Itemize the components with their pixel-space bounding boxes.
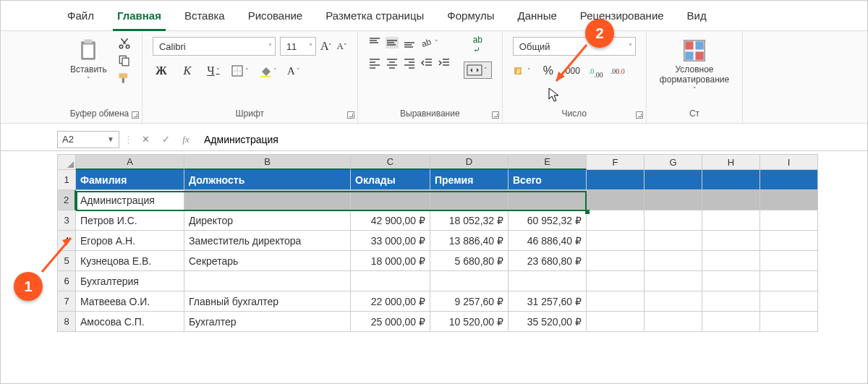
cell[interactable]: Заместитель директора — [184, 231, 351, 251]
select-all-corner[interactable] — [57, 154, 76, 170]
enter-formula-icon[interactable]: ✓ — [158, 132, 174, 148]
row-header-3[interactable]: 3 — [57, 210, 76, 231]
cell[interactable] — [702, 291, 760, 312]
font-name-combo[interactable]: Calibri˅ — [153, 37, 276, 56]
cell[interactable] — [760, 251, 818, 271]
cell[interactable] — [644, 210, 702, 231]
col-header-H[interactable]: H — [702, 154, 760, 170]
cell[interactable]: Директор — [184, 210, 351, 231]
cell[interactable] — [587, 312, 644, 332]
cell[interactable] — [587, 251, 644, 271]
cell[interactable] — [184, 190, 351, 210]
cell[interactable] — [702, 231, 760, 251]
tab-insert[interactable]: Вставка — [183, 5, 226, 30]
cell[interactable]: Бухгалтерия — [76, 271, 184, 291]
bold-button[interactable]: Ж — [153, 63, 170, 79]
cancel-formula-icon[interactable]: ✕ — [137, 132, 153, 148]
fill-color-button[interactable]: ˅ — [259, 64, 278, 77]
tab-view[interactable]: Вид — [686, 5, 708, 30]
row-header-7[interactable]: 7 — [57, 291, 76, 312]
cell[interactable] — [702, 251, 760, 271]
orientation-button[interactable]: ab˅ — [420, 37, 440, 48]
cell[interactable]: Кузнецова Е.В. — [76, 251, 184, 271]
clipboard-dialog-launcher[interactable] — [132, 111, 139, 119]
italic-button[interactable]: К — [179, 63, 196, 79]
cell[interactable]: 5 680,80 ₽ — [430, 251, 509, 271]
conditional-formatting-button[interactable]: Условное форматирование ˅ — [657, 37, 732, 95]
col-header-C[interactable]: C — [351, 154, 430, 170]
decrease-indent-icon[interactable] — [420, 57, 433, 69]
cell[interactable] — [702, 271, 760, 291]
cell[interactable]: 33 000,00 ₽ — [351, 231, 430, 251]
number-dialog-launcher[interactable] — [636, 111, 643, 119]
align-right-icon[interactable] — [403, 57, 416, 69]
cell[interactable] — [430, 190, 509, 210]
align-center-icon[interactable] — [386, 57, 399, 69]
hdr-position[interactable]: Должность — [184, 170, 351, 190]
cell[interactable] — [587, 190, 644, 210]
cell[interactable]: 31 257,60 ₽ — [509, 291, 587, 312]
cell[interactable] — [760, 271, 818, 291]
cell[interactable] — [760, 190, 818, 210]
cell[interactable]: Матвеева О.И. — [76, 291, 184, 312]
copy-icon[interactable] — [118, 54, 131, 67]
col-header-I[interactable]: I — [760, 154, 818, 170]
cell[interactable]: Егоров А.Н. — [76, 231, 184, 251]
name-box[interactable]: A2▼ — [57, 131, 119, 148]
cell[interactable] — [760, 291, 818, 312]
cell[interactable] — [587, 231, 644, 251]
tab-data[interactable]: Данные — [516, 5, 558, 30]
cell[interactable] — [702, 190, 760, 210]
cell[interactable]: 23 680,80 ₽ — [509, 251, 587, 271]
cell[interactable] — [509, 190, 587, 210]
fx-icon[interactable]: fx — [178, 132, 194, 148]
cell[interactable]: 18 000,00 ₽ — [351, 251, 430, 271]
cell[interactable]: 42 900,00 ₽ — [351, 210, 430, 231]
cell[interactable]: 60 952,32 ₽ — [509, 210, 587, 231]
cell[interactable] — [184, 271, 351, 291]
merge-cells-button[interactable]: ˅ — [464, 61, 492, 79]
row-header-1[interactable]: 1 — [57, 170, 76, 190]
cell[interactable]: 13 886,40 ₽ — [430, 231, 509, 251]
cell[interactable]: 46 886,40 ₽ — [509, 231, 587, 251]
cell[interactable]: Петров И.С. — [76, 210, 184, 231]
tab-page-layout[interactable]: Разметка страницы — [324, 5, 425, 30]
col-header-B[interactable]: B — [184, 154, 351, 170]
align-middle-icon[interactable] — [386, 37, 399, 48]
cell[interactable]: 9 257,60 ₽ — [430, 291, 509, 312]
cell[interactable]: Бухгалтер — [184, 312, 351, 332]
align-bottom-icon[interactable] — [403, 37, 416, 48]
hdr-salary[interactable]: Оклады — [351, 170, 430, 190]
cell[interactable] — [760, 312, 818, 332]
cell[interactable]: 18 052,32 ₽ — [430, 210, 509, 231]
cell[interactable] — [430, 271, 509, 291]
tab-file[interactable]: Файл — [66, 5, 95, 30]
align-top-icon[interactable] — [368, 37, 381, 48]
cell[interactable] — [702, 312, 760, 332]
cell[interactable] — [587, 210, 644, 231]
row-header-2[interactable]: 2 — [57, 190, 76, 210]
increase-indent-icon[interactable] — [438, 57, 451, 69]
hdr-bonus[interactable]: Премия — [430, 170, 509, 190]
hdr-total[interactable]: Всего — [509, 170, 587, 190]
cell[interactable] — [587, 271, 644, 291]
formula-input[interactable] — [198, 131, 867, 148]
cell[interactable] — [351, 190, 430, 210]
cell[interactable]: Амосова С.П. — [76, 312, 184, 332]
col-header-A[interactable]: A — [76, 154, 184, 170]
cell[interactable] — [644, 190, 702, 210]
tab-home[interactable]: Главная — [116, 5, 163, 30]
tab-formulas[interactable]: Формулы — [446, 5, 495, 30]
cell[interactable]: Секретарь — [184, 251, 351, 271]
cell[interactable] — [760, 210, 818, 231]
col-header-D[interactable]: D — [430, 154, 509, 170]
cell[interactable]: Главный бухгалтер — [184, 291, 351, 312]
hdr-surname[interactable]: Фамилия — [76, 170, 184, 190]
font-color-button[interactable]: A˅ — [287, 65, 302, 77]
tab-draw[interactable]: Рисование — [247, 5, 305, 30]
font-dialog-launcher[interactable] — [347, 111, 354, 119]
col-header-E[interactable]: E — [509, 154, 587, 170]
decrease-font-icon[interactable]: A˅ — [336, 38, 346, 54]
cell[interactable] — [509, 271, 587, 291]
borders-button[interactable]: ˅ — [231, 64, 250, 77]
